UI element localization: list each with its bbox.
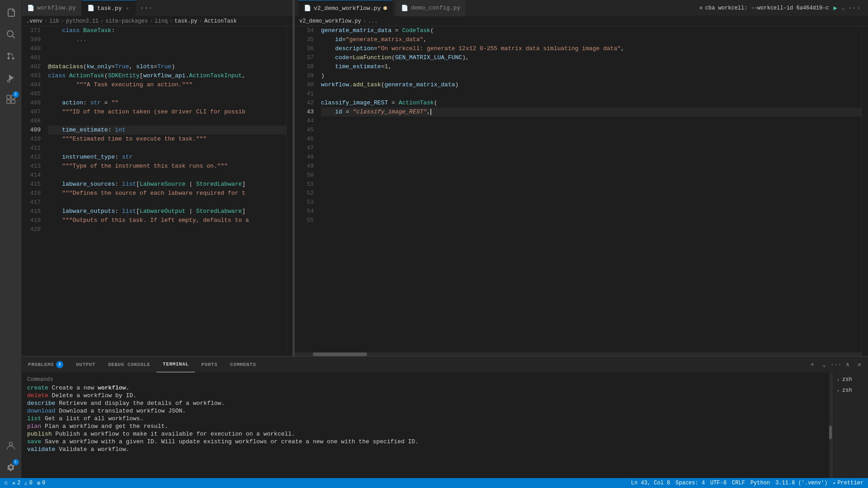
panel-tabs: PROBLEMS 2 OUTPUT DEBUG CONSOLE TERMINAL… bbox=[22, 357, 868, 373]
panel-tab-debug-console[interactable]: DEBUG CONSOLE bbox=[102, 357, 156, 372]
scroll-thumb-h bbox=[313, 352, 367, 356]
tab-task-py[interactable]: 📄 task.py ✕ bbox=[82, 0, 136, 16]
tab-workflow-py[interactable]: 📄 workflow.py bbox=[22, 0, 82, 16]
tab-more-left[interactable]: ··· bbox=[136, 0, 156, 16]
language[interactable]: Python bbox=[750, 480, 770, 486]
tab-v2-demo[interactable]: 📄 v2_demo_workflow.py bbox=[298, 0, 393, 16]
terminal-content[interactable]: Commands create Create a new workflow. d… bbox=[22, 373, 829, 478]
problems-badge: 2 bbox=[56, 361, 63, 368]
terminal-commands: create Create a new workflow. delete Del… bbox=[27, 385, 824, 453]
left-line-numbers: 371 399 400 401 402 403 404 405 406 407 … bbox=[22, 26, 44, 356]
comments-label: COMMENTS bbox=[230, 362, 256, 367]
run-debug-btn[interactable]: ⌄ bbox=[842, 5, 845, 11]
activity-icon-run-debug[interactable] bbox=[0, 67, 22, 89]
eol[interactable]: CRLF bbox=[732, 480, 745, 486]
tab-label: v2_demo_workflow.py bbox=[314, 5, 381, 12]
debug-label: DEBUG CONSOLE bbox=[108, 362, 150, 367]
prettier-text: Prettier bbox=[837, 480, 863, 486]
panel-tab-ports[interactable]: PORTS bbox=[195, 357, 224, 372]
error-count: 2 bbox=[17, 480, 20, 486]
svg-point-1 bbox=[12, 57, 14, 60]
run-config-icon: ≡ bbox=[699, 5, 703, 11]
bc-file: task.py bbox=[175, 18, 197, 24]
remote-indicator[interactable]: ⎌ bbox=[5, 480, 8, 486]
right-scrollbar[interactable] bbox=[862, 26, 868, 356]
status-right: Ln 43, Col 8 Spaces: 4 UTF-8 CRLF Python… bbox=[631, 480, 863, 486]
spaces-text: Spaces: 4 bbox=[675, 480, 705, 486]
panel-collapse-btn[interactable]: ∧ bbox=[843, 360, 853, 370]
tab-icon: 📄 bbox=[27, 5, 34, 12]
bottom-scroll[interactable] bbox=[295, 352, 862, 356]
activity-bar: 2 1 bbox=[0, 0, 22, 478]
right-code-lines[interactable]: generate_matrix_data = CodeTask( id="gen… bbox=[317, 26, 868, 356]
panel-actions: + ⌄ ··· ∧ ✕ bbox=[807, 357, 868, 372]
terminal-instance-1[interactable]: ⬩ zsh bbox=[834, 375, 866, 385]
panel-tab-comments[interactable]: COMMENTS bbox=[224, 357, 262, 372]
bc-linq: linq bbox=[155, 18, 168, 24]
panel-tab-output[interactable]: OUTPUT bbox=[70, 357, 102, 372]
panel-tab-terminal[interactable]: TERMINAL bbox=[156, 357, 195, 372]
terminal-area: Commands create Create a new workflow. d… bbox=[22, 373, 868, 478]
activity-icon-search[interactable] bbox=[0, 23, 22, 45]
tab-label: workflow.py bbox=[37, 5, 76, 11]
left-code-lines[interactable]: class BaseTask: ... @dataclass(kw_only=T… bbox=[44, 26, 292, 356]
activity-icon-source-control[interactable] bbox=[0, 45, 22, 67]
new-terminal-btn[interactable]: + bbox=[807, 360, 817, 370]
tab-demo-config[interactable]: 📄 demo_config.py bbox=[396, 0, 466, 16]
right-editor-content: 34 35 36 37 38 39 40 41 42 43 44 45 bbox=[295, 26, 868, 356]
warning-count: 0 bbox=[29, 480, 33, 486]
tab-icon: 📄 bbox=[304, 5, 311, 12]
instance-label-2: zsh bbox=[842, 387, 852, 394]
activity-icon-explorer[interactable] bbox=[0, 2, 22, 23]
bc-site: site-packages bbox=[105, 18, 148, 24]
more-btn[interactable]: ··· bbox=[848, 4, 861, 12]
bc-file-right: v2_demo_workflow.py bbox=[299, 18, 361, 24]
prettier-icon: ✦ bbox=[833, 480, 835, 486]
shell-icon-2: ⬩ bbox=[837, 388, 840, 393]
spaces[interactable]: Spaces: 4 bbox=[675, 480, 705, 486]
encoding-text: UTF-8 bbox=[710, 480, 726, 486]
encoding[interactable]: UTF-8 bbox=[710, 480, 726, 486]
left-scrollbar[interactable] bbox=[286, 26, 292, 356]
terminal-instance-2[interactable]: ⬩ zsh bbox=[834, 385, 866, 395]
svg-rect-4 bbox=[7, 95, 10, 99]
remote-icon: ⎌ bbox=[5, 480, 8, 486]
breadcrumb-text: .venv bbox=[26, 18, 42, 24]
panel-area: PROBLEMS 2 OUTPUT DEBUG CONSOLE TERMINAL… bbox=[22, 356, 868, 478]
run-config-label: cba workcell: --workcell-id 6a464d19-c bbox=[705, 5, 829, 11]
panel-more2-btn[interactable]: ··· bbox=[831, 360, 841, 370]
line-col-text: Ln 43, Col 8 bbox=[631, 480, 670, 486]
terminal-scrollbar[interactable] bbox=[829, 373, 832, 478]
extensions-badge: 2 bbox=[13, 91, 19, 98]
python-version[interactable]: 3.11.8 ('.venv') bbox=[775, 480, 827, 486]
panel-tab-problems[interactable]: PROBLEMS 2 bbox=[22, 357, 70, 372]
activity-icon-extensions[interactable]: 2 bbox=[0, 89, 22, 110]
no-config-indicator[interactable]: ⚙ 0 bbox=[37, 480, 45, 487]
instance-label: zsh bbox=[842, 376, 852, 383]
terminal-instances-sidebar: ⬩ zsh ⬩ zsh bbox=[832, 373, 868, 478]
error-icon: ✕ bbox=[12, 480, 15, 487]
right-line-numbers: 34 35 36 37 38 39 40 41 42 43 44 45 bbox=[295, 26, 317, 356]
version-text: 3.11.8 ('.venv') bbox=[775, 480, 827, 486]
run-button[interactable]: ▶ bbox=[832, 3, 839, 13]
bc-class: ActionTask bbox=[204, 18, 237, 24]
svg-rect-7 bbox=[11, 100, 15, 103]
warning-icon: ⚠ bbox=[24, 480, 27, 487]
activity-icon-settings[interactable]: 1 bbox=[0, 456, 22, 478]
panel-more-btn[interactable]: ⌄ bbox=[819, 360, 829, 370]
prettier[interactable]: ✦ Prettier bbox=[833, 480, 863, 486]
modified-dot bbox=[383, 6, 387, 10]
bc-lib: lib bbox=[49, 18, 59, 24]
settings-badge: 1 bbox=[13, 459, 19, 465]
status-bar: ⎌ ✕ 2 ⚠ 0 ⚙ 0 Ln 43, Col 8 Spaces: 4 UTF… bbox=[0, 478, 868, 488]
panel-close-btn[interactable]: ✕ bbox=[854, 360, 864, 370]
bc-python: python3.11 bbox=[66, 18, 99, 24]
editor-right: 📄 v2_demo_workflow.py 📄 demo_config.py ≡ bbox=[295, 0, 868, 356]
line-col[interactable]: Ln 43, Col 8 bbox=[631, 480, 670, 486]
left-breadcrumb: .venv › lib › python3.11 › site-packages… bbox=[22, 16, 292, 26]
no-config-icon: ⚙ bbox=[37, 480, 40, 487]
errors-indicator[interactable]: ✕ 2 ⚠ 0 bbox=[12, 480, 33, 487]
tab-close-btn[interactable]: ✕ bbox=[124, 5, 130, 12]
activity-icon-accounts[interactable] bbox=[0, 435, 22, 456]
ports-label: PORTS bbox=[201, 362, 217, 367]
